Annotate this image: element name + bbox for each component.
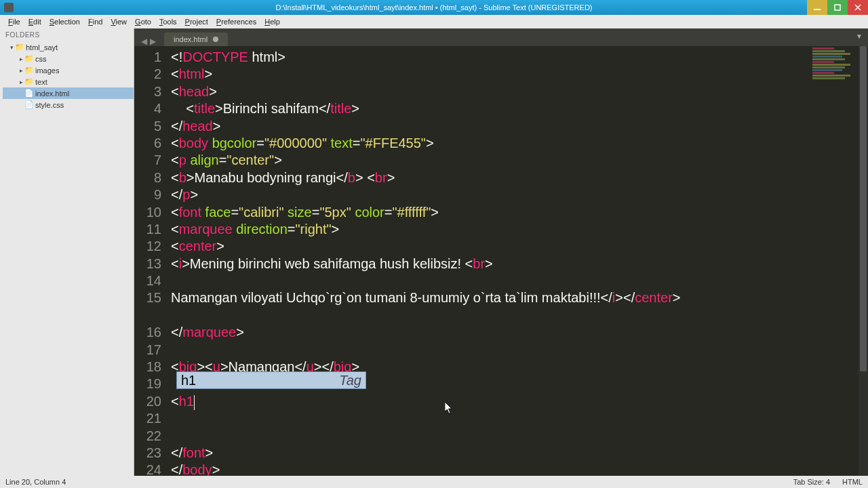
tree-item-index-html[interactable]: 📄index.html (3, 87, 134, 99)
menu-goto[interactable]: Goto (131, 18, 155, 26)
maximize-button[interactable] (827, 0, 848, 15)
close-button[interactable] (848, 0, 868, 15)
chevron-right-icon[interactable]: ▸ (18, 67, 24, 74)
status-bar: Line 20, Column 4 Tab Size: 4 HTML (0, 476, 868, 488)
syntax-mode[interactable]: HTML (842, 478, 863, 486)
tree-label: images (35, 66, 59, 75)
menu-edit[interactable]: Edit (24, 18, 45, 26)
tab-label: index.html (174, 35, 208, 43)
tree-item-text[interactable]: ▸📁text (3, 76, 134, 87)
source-text[interactable]: <!DOCTYPE html><html><head> <title>Birin… (170, 46, 868, 476)
scrollbar-thumb[interactable] (860, 46, 867, 371)
folder-icon: 📁 (15, 43, 24, 52)
chevron-right-icon[interactable]: ▸ (18, 56, 24, 62)
menu-selection[interactable]: Selection (45, 18, 84, 26)
tree-label: text (35, 78, 47, 86)
minimize-button[interactable] (807, 0, 827, 15)
menu-bar: FileEditSelectionFindViewGotoToolsProjec… (0, 15, 868, 28)
nav-back-icon[interactable]: ◀ (141, 37, 147, 46)
tree-label: html_sayt (26, 43, 58, 52)
app-icon (4, 3, 14, 12)
code-area[interactable]: 123456789101112131415161718192021222324 … (134, 46, 868, 476)
menu-view[interactable]: View (106, 18, 131, 26)
folder-icon: 📁 (24, 54, 34, 63)
chevron-down-icon[interactable]: ▾ (8, 44, 15, 51)
menu-help[interactable]: Help (260, 18, 284, 26)
text-caret (194, 395, 195, 410)
sidebar-header: FOLDERS (0, 28, 134, 41)
menu-preferences[interactable]: Preferences (212, 18, 260, 26)
svg-rect-0 (814, 9, 821, 10)
tree-label: index.html (35, 89, 69, 98)
autocomplete-kind: Tag (335, 372, 366, 388)
tree-item-style-css[interactable]: 📄style.css (3, 99, 134, 110)
tree-item-css[interactable]: ▸📁css (3, 53, 134, 64)
tree-item-images[interactable]: ▸📁images (3, 64, 134, 76)
editor: ◀ ▶ index.html ▼ 12345678910111213141516… (134, 28, 868, 476)
autocomplete-item[interactable]: h1 (177, 372, 335, 388)
tab-index-html[interactable]: index.html (164, 33, 228, 46)
sidebar: FOLDERS ▾ 📁 html_sayt ▸📁css▸📁images▸📁tex… (0, 28, 134, 476)
menu-project[interactable]: Project (181, 18, 212, 26)
dirty-indicator-icon (213, 37, 218, 42)
menu-tools[interactable]: Tools (155, 18, 181, 26)
nav-forward-icon[interactable]: ▶ (150, 37, 156, 46)
tab-size[interactable]: Tab Size: 4 (793, 478, 830, 486)
tab-dropdown-icon[interactable]: ▼ (856, 33, 863, 40)
file-icon: 📄 (24, 100, 34, 109)
menu-find[interactable]: Find (84, 18, 106, 26)
folder-icon: 📁 (24, 77, 34, 86)
file-icon: 📄 (24, 89, 34, 98)
vertical-scrollbar[interactable] (859, 46, 868, 476)
window-title: D:\Install\HTML_videokurs\html_sayt\inde… (276, 3, 593, 12)
tab-bar: ◀ ▶ index.html ▼ (134, 28, 868, 46)
chevron-right-icon[interactable]: ▸ (18, 79, 24, 85)
folder-tree[interactable]: ▾ 📁 html_sayt ▸📁css▸📁images▸📁text📄index.… (0, 41, 134, 110)
autocomplete-popup[interactable]: h1Tag (176, 371, 366, 389)
cursor-position[interactable]: Line 20, Column 4 (5, 478, 66, 486)
menu-file[interactable]: File (4, 18, 24, 26)
folder-icon: 📁 (24, 66, 34, 75)
tree-label: css (35, 55, 47, 63)
window-titlebar: D:\Install\HTML_videokurs\html_sayt\inde… (0, 0, 868, 15)
tree-root[interactable]: ▾ 📁 html_sayt (3, 41, 134, 53)
tree-label: style.css (35, 101, 64, 109)
line-gutter: 123456789101112131415161718192021222324 (134, 46, 170, 476)
svg-rect-1 (835, 5, 840, 10)
